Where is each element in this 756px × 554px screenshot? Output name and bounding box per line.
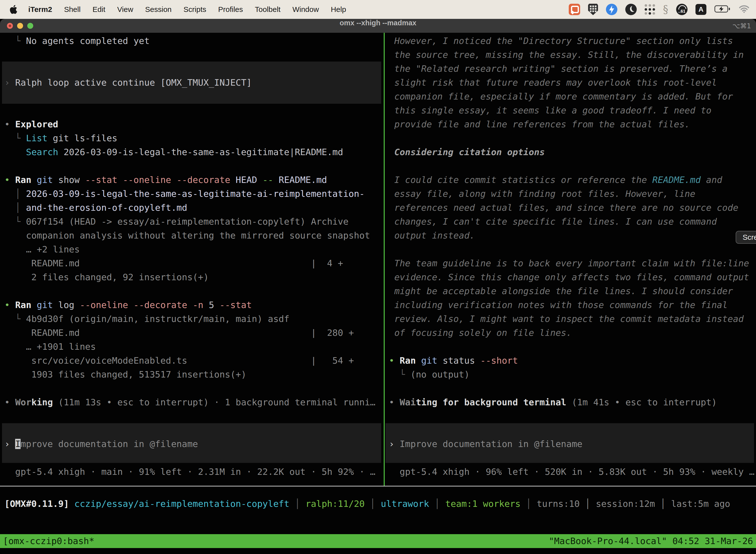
terminal-line: … +1901 lines: [4, 340, 376, 354]
menu-toolbelt[interactable]: Toolbelt: [255, 5, 280, 14]
squiggle-icon[interactable]: §: [663, 4, 668, 15]
blue-lightning-badge-icon[interactable]: [606, 4, 617, 15]
terminal-line: references need actual files, and since …: [389, 201, 755, 215]
crescent-circle-icon[interactable]: [625, 4, 637, 15]
screen-overlay-tooltip: Scre: [736, 231, 756, 244]
terminal-line: • Working (11m 13s • esc to interrupt) ·…: [4, 395, 376, 409]
terminal-line: README.md | 4 +: [4, 257, 376, 270]
terminal-line: gpt-5.4 xhigh · 96% left · 520K in · 5.8…: [389, 465, 755, 479]
terminal-line: companion analysis without altering the …: [4, 229, 376, 242]
wifi-icon[interactable]: [739, 5, 750, 14]
terminal-line: src/voice/voiceModeEnabled.ts | 54 +: [4, 354, 376, 368]
terminal-line: [389, 409, 755, 423]
shield-grid-icon[interactable]: [588, 4, 598, 15]
chat-app-icon[interactable]: [569, 4, 580, 15]
menu-window[interactable]: Window: [293, 5, 319, 14]
terminal-line: └ (no output): [389, 368, 755, 382]
terminal-line: of focusing solely on file lines.: [389, 326, 755, 340]
terminal-line: [4, 62, 376, 76]
menu-edit[interactable]: Edit: [92, 5, 106, 14]
terminal-line: companion file, especially if more comme…: [389, 90, 755, 104]
terminal-line: • Ran git status --short: [389, 354, 755, 368]
terminal-line: 1903 files changed, 513517 insertions(+): [4, 368, 376, 382]
terminal-line: [389, 423, 755, 437]
terminal-line: • Ran git log --oneline --decorate -n 5 …: [4, 298, 376, 312]
menu-view[interactable]: View: [117, 5, 133, 14]
tmux-session-label: [omx-cczip0:bash*: [3, 534, 94, 548]
window-shortcut-badge: ⌥⌘1: [733, 19, 751, 33]
terminal-line: › Improve documentation in @filename: [389, 437, 755, 451]
tmux-host-clock: "MacBook-Pro-44.local" 04:52 31-Mar-26: [549, 534, 753, 548]
terminal-line: │ 2026-03-09-is-legal-the-same-as-legiti…: [4, 187, 376, 201]
terminal-line: [4, 409, 376, 423]
terminal-line: the "Related research writing" section i…: [389, 62, 755, 76]
terminal-line: essay file, along with finding root file…: [389, 187, 755, 201]
terminal-line: [4, 451, 376, 465]
terminal-line: output instead.: [389, 229, 755, 242]
terminal-line: › Ralph loop active continue [OMX_TMUX_I…: [4, 76, 376, 90]
terminal-line: might be acceptable alongside the file l…: [389, 284, 755, 298]
omx-status-bar: [OMX#0.11.9] cczip/essay/ai-reimplementa…: [2, 497, 730, 511]
terminal-line: • Waiting for background terminal (1m 41…: [389, 395, 755, 409]
left-pane-transcript: └ No agents completed yet› Ralph loop ac…: [2, 34, 376, 479]
terminal-line: └ 067f154 (HEAD -> essay/ai-reimplementa…: [4, 215, 376, 229]
terminal-line: [389, 382, 755, 395]
terminal-line: The team guideline is to back every impo…: [389, 257, 755, 270]
terminal-line: └ List git ls-files: [4, 131, 376, 145]
terminal-line: [389, 159, 755, 173]
battery-icon[interactable]: [714, 5, 731, 14]
terminal-line: evidence. Since this change only affects…: [389, 270, 755, 284]
terminal-line: │ and-the-erosion-of-copyleft.md: [4, 201, 376, 215]
menubar: iTerm2ShellEditViewSessionScriptsProfile…: [0, 0, 756, 19]
titlebar[interactable]: omx --xhigh --madmax ⌥⌘1: [0, 19, 756, 33]
right-pane-transcript: However, I noticed the "Directory Struct…: [386, 34, 755, 479]
menu-scripts[interactable]: Scripts: [184, 5, 206, 14]
terminal-line: … +2 lines: [4, 242, 376, 257]
terminal-window: omx --xhigh --madmax ⌥⌘1 └ No agents com…: [0, 19, 756, 554]
terminal-line: [4, 423, 376, 437]
apple-menu-icon[interactable]: [10, 5, 17, 14]
keyboard-layout-icon[interactable]: A: [695, 4, 706, 15]
menu-shell[interactable]: Shell: [64, 5, 81, 14]
terminal-line: [4, 48, 376, 62]
terminal-line: [389, 131, 755, 145]
terminal-line: [4, 284, 376, 298]
terminal-line: Considering citation options: [389, 145, 755, 159]
terminal-line: the source tree, missing the essay. Stil…: [389, 48, 755, 62]
terminal-line: including verification notes with those …: [389, 298, 755, 312]
terminal-line: [4, 159, 376, 173]
terminal-line: [389, 242, 755, 257]
terminal-line: provide file and line references from th…: [389, 117, 755, 131]
terminal-line: Search 2026-03-09-is-legal-the-same-as-l…: [4, 145, 376, 159]
terminal-line: [4, 90, 376, 104]
terminal-line: README.md | 280 +: [4, 326, 376, 340]
menu-help[interactable]: Help: [331, 5, 346, 14]
terminal-line: review. Also, I might want to inspect th…: [389, 312, 755, 326]
dots-grid-icon[interactable]: [645, 4, 655, 15]
terminal-line: └ 4b9d30f (origin/main, instructkr/main,…: [4, 312, 376, 326]
menubar-menus: iTerm2ShellEditViewSessionScriptsProfile…: [28, 5, 346, 14]
terminal-line: › Improve documentation in @filename: [4, 437, 376, 451]
tmux-status-bar: [omx-cczip0:bash* "MacBook-Pro-44.local"…: [0, 534, 756, 548]
menu-iterm2[interactable]: iTerm2: [28, 5, 52, 14]
gauge-icon[interactable]: ..61: [676, 4, 688, 15]
menubar-status-icons: § ..61 A: [569, 4, 756, 15]
window-title: omx --xhigh --madmax: [0, 19, 756, 33]
terminal-line: └ No agents completed yet: [4, 34, 376, 48]
menu-profiles[interactable]: Profiles: [218, 5, 243, 14]
terminal-line: I could cite commit statistics or refere…: [389, 173, 755, 187]
terminal-line: [389, 451, 755, 465]
terminal-line: [4, 104, 376, 117]
terminal-line: [389, 340, 755, 354]
terminal-line: [4, 382, 376, 395]
terminal-line: • Explored: [4, 117, 376, 131]
pane-separator: [0, 486, 756, 487]
terminal-line: • Ran git show --stat --oneline --decora…: [4, 173, 376, 187]
pane-divider[interactable]: [384, 33, 385, 486]
terminal-line: changes, I can't cite specific file line…: [389, 215, 755, 229]
menu-session[interactable]: Session: [145, 5, 172, 14]
terminal-line: However, I noticed the "Directory Struct…: [389, 34, 755, 48]
terminal-line: gpt-5.4 xhigh · main · 91% left · 2.31M …: [4, 465, 376, 479]
terminal-line: slight risk that future readers may over…: [389, 76, 755, 90]
terminal-line: this single essay, it seems like a good …: [389, 104, 755, 117]
